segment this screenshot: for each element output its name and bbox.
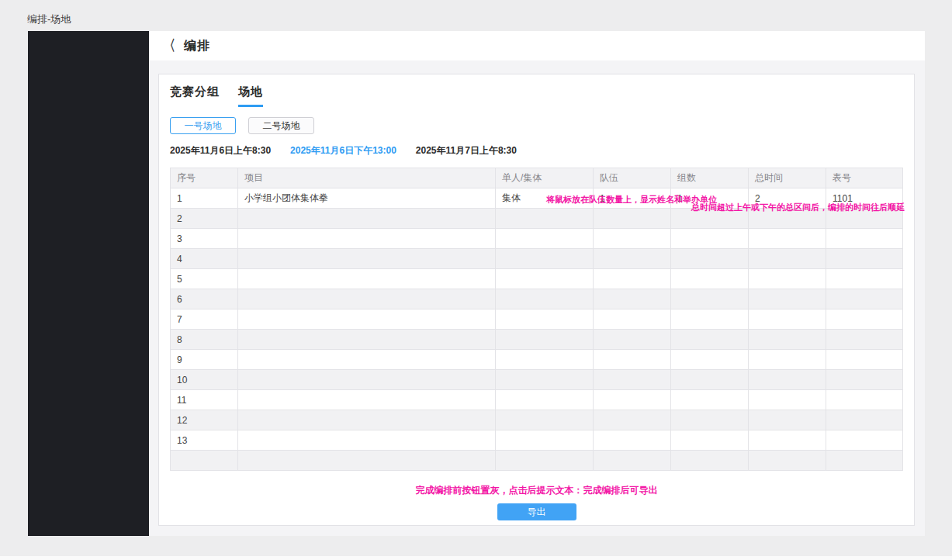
table-row: 4	[171, 249, 903, 269]
table-cell	[749, 451, 826, 471]
table-cell	[826, 350, 903, 370]
table-row: 3	[171, 229, 903, 249]
table-row: 7	[171, 309, 903, 330]
table-cell	[749, 390, 826, 410]
table-row: 6	[171, 289, 903, 309]
schedule-table-wrap: 序号 项目 单人/集体 队伍 组数 总时间 表号 1小学组小团体集体拳集体112…	[170, 168, 903, 471]
table-cell	[496, 309, 594, 330]
session-nov6-afternoon[interactable]: 2025年11月6日下午13:00	[290, 144, 396, 157]
venue-1-button[interactable]: 一号场地	[170, 117, 236, 134]
table-cell	[671, 309, 749, 330]
table-cell	[238, 350, 496, 370]
session-nov7-morning[interactable]: 2025年11月7日上午8:30	[416, 144, 517, 157]
table-cell	[826, 330, 903, 350]
venue-switcher: 一号场地 二号场地	[170, 117, 903, 134]
table-row: 12	[171, 410, 903, 430]
table-row: 9	[171, 350, 903, 370]
table-cell	[826, 410, 903, 430]
table-cell	[826, 430, 903, 451]
export-note: 完成编排前按钮置灰，点击后提示文本：完成编排后可导出	[170, 484, 903, 497]
table-cell	[171, 451, 238, 471]
table-cell	[671, 430, 749, 451]
table-cell: 8	[171, 330, 238, 350]
table-row: 2	[171, 209, 903, 229]
table-cell	[749, 229, 826, 249]
table-cell	[826, 451, 903, 471]
column-header: 表号	[826, 168, 903, 188]
column-header: 队伍	[594, 168, 671, 188]
table-cell: 6	[171, 289, 238, 309]
table-cell	[496, 249, 594, 269]
table-cell	[826, 370, 903, 390]
table-cell	[671, 410, 749, 430]
table-cell	[238, 451, 496, 471]
table-cell: 11	[171, 390, 238, 410]
page-title: 编排	[184, 38, 210, 54]
table-cell: 13	[171, 430, 238, 451]
tab-venue[interactable]: 场地	[238, 85, 263, 107]
column-header: 总时间	[749, 168, 826, 188]
table-cell: 1	[671, 188, 749, 209]
table-cell	[496, 289, 594, 309]
table-cell: 小学组小团体集体拳	[238, 188, 496, 209]
table-cell	[594, 390, 671, 410]
table-cell	[671, 249, 749, 269]
table-row: 11	[171, 390, 903, 410]
table-cell	[671, 350, 749, 370]
table-cell	[594, 330, 671, 350]
column-header: 序号	[171, 168, 238, 188]
table-cell: 3	[171, 229, 238, 249]
table-cell	[749, 249, 826, 269]
table-cell	[238, 430, 496, 451]
table-cell: 2	[749, 188, 826, 209]
back-icon[interactable]: 〈	[164, 36, 175, 55]
table-cell: 4	[171, 249, 238, 269]
table-cell: 1	[171, 188, 238, 209]
table-cell	[749, 209, 826, 229]
table-cell	[594, 451, 671, 471]
table-cell	[496, 430, 594, 451]
table-cell	[671, 370, 749, 390]
table-cell	[238, 309, 496, 330]
venue-2-button[interactable]: 二号场地	[248, 117, 314, 134]
table-cell	[594, 430, 671, 451]
table-cell	[496, 229, 594, 249]
table-row: 1小学组小团体集体拳集体1121101	[171, 188, 903, 209]
table-cell	[671, 209, 749, 229]
table-cell	[749, 269, 826, 289]
table-cell	[238, 370, 496, 390]
table-row: 8	[171, 330, 903, 350]
table-cell: 9	[171, 350, 238, 370]
column-header: 组数	[671, 168, 749, 188]
table-cell	[826, 229, 903, 249]
table-cell	[496, 370, 594, 390]
table-cell	[238, 390, 496, 410]
table-cell	[671, 229, 749, 249]
export-button[interactable]: 导出	[497, 503, 576, 520]
column-header: 项目	[238, 168, 496, 188]
sidebar	[28, 31, 149, 536]
table-cell	[826, 390, 903, 410]
table-cell	[826, 209, 903, 229]
table-cell	[671, 330, 749, 350]
table-cell	[594, 289, 671, 309]
main-area: 〈 编排 竞赛分组 场地 一号场地 二号场地 2025年11月6日上午8:30 …	[149, 31, 925, 536]
column-header: 单人/集体	[496, 168, 594, 188]
tab-competition-groups[interactable]: 竞赛分组	[170, 85, 220, 107]
table-cell: 5	[171, 269, 238, 289]
table-cell	[238, 249, 496, 269]
table-cell: 7	[171, 309, 238, 330]
table-row: 5	[171, 269, 903, 289]
table-cell	[671, 451, 749, 471]
table-cell	[826, 309, 903, 330]
table-row: 10	[171, 370, 903, 390]
session-nov6-morning[interactable]: 2025年11月6日上午8:30	[170, 144, 271, 157]
table-cell	[238, 330, 496, 350]
table-cell	[238, 229, 496, 249]
table-cell: 1101	[826, 188, 903, 209]
table-cell	[496, 269, 594, 289]
table-cell	[496, 330, 594, 350]
schedule-table: 序号 项目 单人/集体 队伍 组数 总时间 表号 1小学组小团体集体拳集体112…	[170, 168, 903, 471]
table-row	[171, 451, 903, 471]
table-body: 1小学组小团体集体拳集体11211012345678910111213	[171, 188, 903, 471]
